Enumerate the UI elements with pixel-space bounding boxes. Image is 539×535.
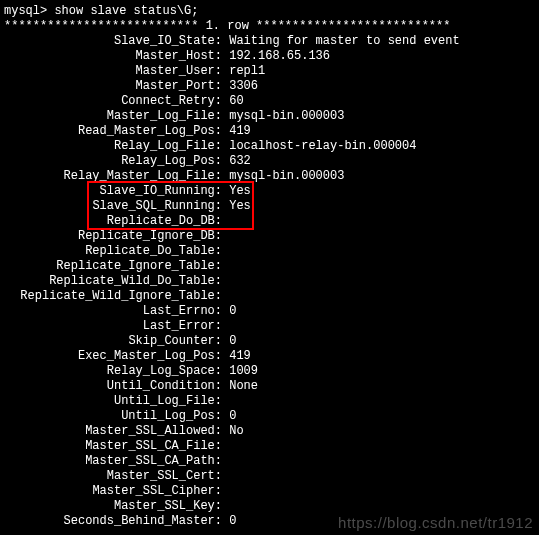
field-value bbox=[222, 499, 229, 514]
field-label: Connect_Retry: bbox=[4, 94, 222, 109]
field-value: Yes bbox=[222, 184, 251, 199]
field-label: Replicate_Ignore_Table: bbox=[4, 259, 222, 274]
field-value: 419 bbox=[222, 124, 251, 139]
field-label: Slave_SQL_Running: bbox=[4, 199, 222, 214]
field-label: Last_Error: bbox=[4, 319, 222, 334]
field-label: Read_Master_Log_Pos: bbox=[4, 124, 222, 139]
status-row: Replicate_Ignore_Table: bbox=[4, 259, 535, 274]
field-value: repl1 bbox=[222, 64, 265, 79]
field-label: Relay_Master_Log_File: bbox=[4, 169, 222, 184]
status-row: Until_Log_File: bbox=[4, 394, 535, 409]
field-label: Master_SSL_Key: bbox=[4, 499, 222, 514]
status-row: Read_Master_Log_Pos: 419 bbox=[4, 124, 535, 139]
field-value bbox=[222, 289, 229, 304]
status-row: Connect_Retry: 60 bbox=[4, 94, 535, 109]
status-row: Relay_Log_Space: 1009 bbox=[4, 364, 535, 379]
field-label: Skip_Counter: bbox=[4, 334, 222, 349]
field-label: Master_SSL_Cipher: bbox=[4, 484, 222, 499]
status-row: Master_SSL_CA_File: bbox=[4, 439, 535, 454]
field-label: Master_Log_File: bbox=[4, 109, 222, 124]
status-row: Relay_Log_Pos: 632 bbox=[4, 154, 535, 169]
field-value: 0 bbox=[222, 334, 236, 349]
status-row: Replicate_Wild_Do_Table: bbox=[4, 274, 535, 289]
status-row: Master_Host: 192.168.65.136 bbox=[4, 49, 535, 64]
field-label: Last_Errno: bbox=[4, 304, 222, 319]
field-label: Slave_IO_Running: bbox=[4, 184, 222, 199]
field-label: Until_Log_Pos: bbox=[4, 409, 222, 424]
row-header: *************************** 1. row *****… bbox=[4, 19, 535, 34]
field-label: Master_Port: bbox=[4, 79, 222, 94]
field-label: Replicate_Do_DB: bbox=[4, 214, 222, 229]
status-row: Slave_IO_Running: Yes bbox=[4, 184, 535, 199]
field-value: 0 bbox=[222, 409, 236, 424]
status-row: Last_Errno: 0 bbox=[4, 304, 535, 319]
field-value: mysql-bin.000003 bbox=[222, 109, 344, 124]
field-value bbox=[222, 319, 229, 334]
status-row: Master_SSL_Allowed: No bbox=[4, 424, 535, 439]
field-label: Replicate_Wild_Ignore_Table: bbox=[4, 289, 222, 304]
status-row: Until_Condition: None bbox=[4, 379, 535, 394]
field-label: Until_Condition: bbox=[4, 379, 222, 394]
watermark: https://blog.csdn.net/tr1912 bbox=[338, 515, 533, 530]
status-row: Replicate_Wild_Ignore_Table: bbox=[4, 289, 535, 304]
status-row: Slave_SQL_Running: Yes bbox=[4, 199, 535, 214]
field-label: Relay_Log_Space: bbox=[4, 364, 222, 379]
field-value: 192.168.65.136 bbox=[222, 49, 330, 64]
field-value: 632 bbox=[222, 154, 251, 169]
field-value: Waiting for master to send event bbox=[222, 34, 460, 49]
status-row: Master_User: repl1 bbox=[4, 64, 535, 79]
field-value bbox=[222, 454, 229, 469]
field-label: Master_User: bbox=[4, 64, 222, 79]
status-row: Master_SSL_CA_Path: bbox=[4, 454, 535, 469]
field-label: Exec_Master_Log_Pos: bbox=[4, 349, 222, 364]
field-label: Relay_Log_File: bbox=[4, 139, 222, 154]
field-value: 3306 bbox=[222, 79, 258, 94]
mysql-prompt[interactable]: mysql> show slave status\G; bbox=[4, 4, 535, 19]
status-row: Master_SSL_Key: bbox=[4, 499, 535, 514]
field-value bbox=[222, 229, 229, 244]
field-label: Replicate_Ignore_DB: bbox=[4, 229, 222, 244]
status-row: Master_SSL_Cipher: bbox=[4, 484, 535, 499]
status-row: Replicate_Do_DB: bbox=[4, 214, 535, 229]
status-row: Exec_Master_Log_Pos: 419 bbox=[4, 349, 535, 364]
field-label: Master_SSL_Cert: bbox=[4, 469, 222, 484]
field-label: Relay_Log_Pos: bbox=[4, 154, 222, 169]
status-row: Relay_Log_File: localhost-relay-bin.0000… bbox=[4, 139, 535, 154]
status-row: Relay_Master_Log_File: mysql-bin.000003 bbox=[4, 169, 535, 184]
field-value bbox=[222, 394, 229, 409]
field-label: Seconds_Behind_Master: bbox=[4, 514, 222, 529]
field-value: 60 bbox=[222, 94, 244, 109]
field-value bbox=[222, 259, 229, 274]
status-row: Master_Port: 3306 bbox=[4, 79, 535, 94]
field-value: None bbox=[222, 379, 258, 394]
field-label: Replicate_Do_Table: bbox=[4, 244, 222, 259]
field-label: Master_SSL_CA_File: bbox=[4, 439, 222, 454]
field-value: 419 bbox=[222, 349, 251, 364]
field-value bbox=[222, 244, 229, 259]
field-label: Master_Host: bbox=[4, 49, 222, 64]
field-value bbox=[222, 439, 229, 454]
field-value bbox=[222, 469, 229, 484]
status-row: Last_Error: bbox=[4, 319, 535, 334]
field-value: No bbox=[222, 424, 244, 439]
status-row: Master_SSL_Cert: bbox=[4, 469, 535, 484]
status-row: Skip_Counter: 0 bbox=[4, 334, 535, 349]
field-label: Slave_IO_State: bbox=[4, 34, 222, 49]
status-row: Slave_IO_State: Waiting for master to se… bbox=[4, 34, 535, 49]
field-value: 0 bbox=[222, 514, 236, 529]
field-value bbox=[222, 484, 229, 499]
status-row: Replicate_Do_Table: bbox=[4, 244, 535, 259]
status-row: Master_Log_File: mysql-bin.000003 bbox=[4, 109, 535, 124]
field-value: 1009 bbox=[222, 364, 258, 379]
status-row: Until_Log_Pos: 0 bbox=[4, 409, 535, 424]
status-row: Replicate_Ignore_DB: bbox=[4, 229, 535, 244]
field-value bbox=[222, 214, 229, 229]
field-value: mysql-bin.000003 bbox=[222, 169, 344, 184]
field-value: 0 bbox=[222, 304, 236, 319]
field-label: Until_Log_File: bbox=[4, 394, 222, 409]
field-value bbox=[222, 274, 229, 289]
field-label: Replicate_Wild_Do_Table: bbox=[4, 274, 222, 289]
status-output: Slave_IO_State: Waiting for master to se… bbox=[4, 34, 535, 529]
field-value: localhost-relay-bin.000004 bbox=[222, 139, 416, 154]
field-label: Master_SSL_CA_Path: bbox=[4, 454, 222, 469]
